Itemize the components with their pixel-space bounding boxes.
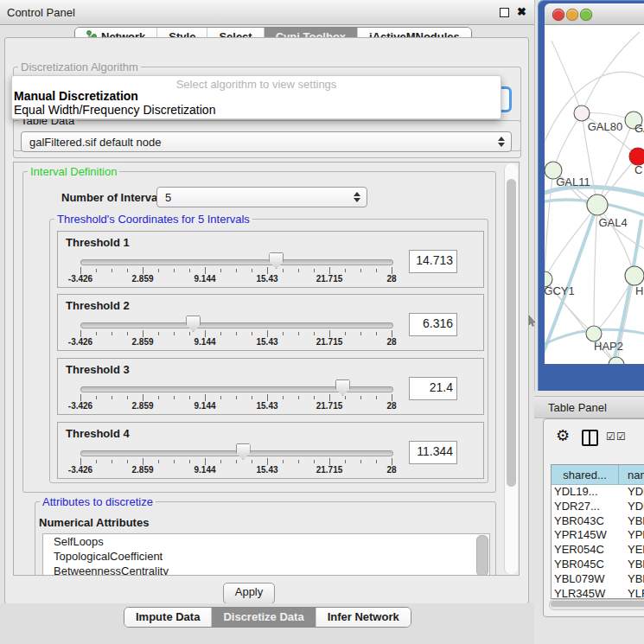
tick-mark xyxy=(392,394,392,401)
list-item[interactable]: TopologicalCoefficient xyxy=(43,549,489,564)
control-panel-titlebar: Control Panel ✖ xyxy=(0,0,534,25)
tick-mark xyxy=(267,458,268,465)
settings-scrollbar-thumb[interactable] xyxy=(507,179,516,487)
table-cell[interactable]: YDR2 xyxy=(621,500,644,514)
tick-mark xyxy=(236,332,237,335)
list-scrollbar[interactable] xyxy=(476,535,488,576)
table-row[interactable]: YPR145WYPR1 xyxy=(552,528,644,543)
tick-mark xyxy=(392,458,392,465)
table-cell[interactable]: YPR1 xyxy=(621,528,644,543)
tick-mark xyxy=(329,267,330,274)
tick-mark xyxy=(205,458,206,465)
network-edge[interactable] xyxy=(552,41,582,113)
table-row[interactable]: YBR043CYBR0 xyxy=(552,514,644,529)
network-edge[interactable] xyxy=(545,170,553,279)
table-cell[interactable]: YER0 xyxy=(621,543,644,558)
table-data-group: Table Data galFiltered.sif default node xyxy=(13,120,521,158)
dropdown-option-equal-width[interactable]: Equal Width/Frequency Discretization xyxy=(14,103,215,117)
float-window-icon[interactable] xyxy=(500,8,509,17)
tick-mark xyxy=(298,332,299,335)
network-edge[interactable] xyxy=(553,113,582,170)
threshold-label: Threshold 3 xyxy=(66,363,130,376)
close-icon[interactable]: ✖ xyxy=(517,5,526,18)
table-cell[interactable]: YBR0 xyxy=(621,558,644,572)
algorithm-dropdown-popup: Select algorithm to view settings Manual… xyxy=(11,75,501,119)
table-cell[interactable]: YDR27... xyxy=(552,500,621,514)
tick-mark xyxy=(314,332,315,335)
numerical-attributes-list[interactable]: SelfLoops TopologicalCoefficient Between… xyxy=(42,533,490,576)
threshold-value-field[interactable]: 21.4 xyxy=(409,377,457,400)
network-node[interactable] xyxy=(574,105,590,121)
table-cell[interactable]: YBR0 xyxy=(621,514,644,529)
table-cell[interactable]: YBL0 xyxy=(621,572,644,587)
node-label: H xyxy=(635,284,643,297)
table-cell[interactable]: YLR345W xyxy=(552,587,621,599)
table-cell[interactable]: YDL19... xyxy=(552,485,621,500)
tick-mark xyxy=(158,396,159,399)
close-traffic-light-icon[interactable] xyxy=(552,9,564,21)
threshold-value-field[interactable]: 6.316 xyxy=(409,313,457,336)
network-node[interactable] xyxy=(625,266,644,285)
tick-label: -3.426 xyxy=(68,274,92,284)
table-cell[interactable]: YBR045C xyxy=(552,558,621,572)
table-row[interactable]: YER054CYER0 xyxy=(552,543,644,558)
settings-scrollbar-track[interactable] xyxy=(504,163,518,574)
table-cell[interactable]: YER054C xyxy=(552,543,621,558)
network-canvas[interactable]: GAL80GACGAL11GAL4GCY1HHAP2 xyxy=(545,25,644,364)
table-cell[interactable]: YBL079W xyxy=(552,572,621,587)
node-label: GAL11 xyxy=(556,175,590,188)
list-item[interactable]: BetweennessCentrality xyxy=(43,564,489,576)
threshold-value-field[interactable]: 11.344 xyxy=(409,441,457,464)
tick-mark xyxy=(283,332,284,335)
table-cell[interactable]: YBR043C xyxy=(552,514,621,529)
maximize-traffic-light-icon[interactable] xyxy=(580,9,592,21)
tick-mark xyxy=(329,330,330,337)
network-edge[interactable] xyxy=(594,205,597,334)
table-cell[interactable]: YLR3 xyxy=(621,587,644,599)
minimize-traffic-light-icon[interactable] xyxy=(566,9,578,21)
interval-definition-group: Interval Definition Number of Intervals … xyxy=(22,171,496,493)
tick-mark xyxy=(392,330,392,337)
checkbox-icon[interactable]: ☑ xyxy=(616,430,626,443)
table-hscrollbar-thumb[interactable] xyxy=(551,601,644,607)
gear-icon[interactable]: ⚙ xyxy=(556,426,570,445)
tick-mark xyxy=(360,460,361,463)
table-row[interactable]: YDR27...YDR2 xyxy=(552,500,644,514)
tick-mark xyxy=(283,396,284,399)
tick-mark xyxy=(345,396,346,399)
apply-button[interactable]: Apply xyxy=(223,583,275,604)
column-header[interactable]: name xyxy=(619,465,644,484)
list-item[interactable]: SelfLoops xyxy=(43,534,489,549)
table-cell[interactable]: YPR145W xyxy=(552,528,621,543)
thresholds-group-title: Threshold's Coordinates for 5 Intervals xyxy=(54,213,252,226)
split-columns-icon[interactable] xyxy=(582,430,598,446)
network-node[interactable] xyxy=(587,194,608,215)
tab-infer-network[interactable]: Infer Network xyxy=(316,608,411,627)
tick-mark xyxy=(158,460,159,463)
threshold-value-field[interactable]: 14.713 xyxy=(409,250,457,273)
tick-label: -3.426 xyxy=(68,465,92,475)
tab-discretize-data[interactable]: Discretize Data xyxy=(212,608,316,627)
network-node[interactable] xyxy=(609,357,624,364)
table-row[interactable]: YBL079WYBL0 xyxy=(552,572,644,587)
tick-mark xyxy=(205,394,206,401)
number-of-intervals-combo[interactable]: 5 xyxy=(156,187,367,207)
table-hscrollbar[interactable] xyxy=(549,599,644,610)
tick-mark xyxy=(158,269,159,272)
network-edge[interactable] xyxy=(545,205,597,279)
tick-label: 21.715 xyxy=(316,401,343,411)
table-row[interactable]: YBR045CYBR0 xyxy=(552,558,644,572)
table-data-combo[interactable]: galFiltered.sif default node xyxy=(21,131,512,152)
slider-track[interactable] xyxy=(80,322,393,328)
table-cell[interactable]: YDL1 xyxy=(621,485,644,500)
slider-track[interactable] xyxy=(80,259,393,265)
table-row[interactable]: YDL19...YDL1 xyxy=(552,485,644,500)
checkbox-icon[interactable]: ☑ xyxy=(606,430,615,443)
column-header[interactable]: shared... xyxy=(552,465,619,484)
tab-impute-data[interactable]: Impute Data xyxy=(124,608,212,627)
network-node[interactable] xyxy=(629,148,644,165)
table-row[interactable]: YLR345WYLR3 xyxy=(552,587,644,599)
dropdown-option-manual[interactable]: Manual Discretization xyxy=(14,89,138,103)
tick-mark xyxy=(283,269,284,272)
tick-mark xyxy=(80,330,81,337)
